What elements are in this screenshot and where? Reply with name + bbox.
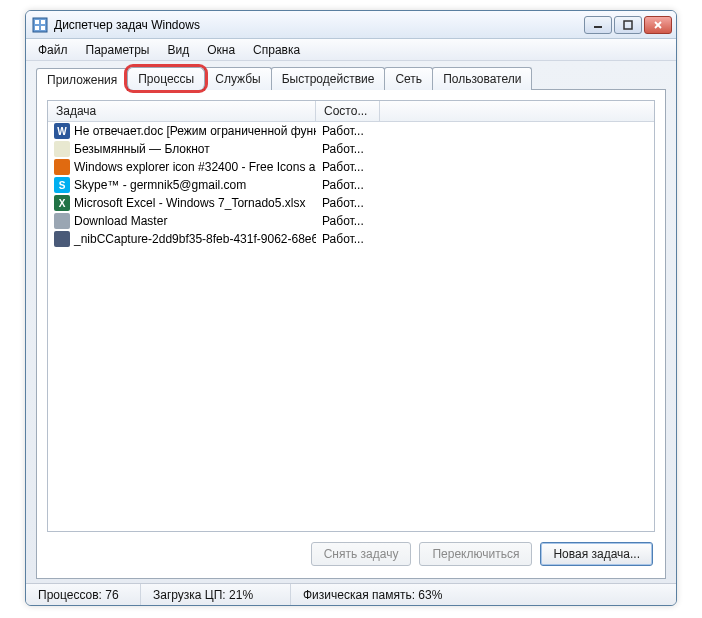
task-name: Skype™ - germnik5@gmail.com [74, 178, 246, 192]
status-cell: Работ... [316, 195, 380, 211]
status-cpu: Загрузка ЦП: 21% [141, 584, 291, 605]
task-name: Microsoft Excel - Windows 7_Tornado5.xls… [74, 196, 305, 210]
task-name: Windows explorer icon #32400 - Free Icon… [74, 160, 316, 174]
menubar: Файл Параметры Вид Окна Справка [26, 39, 676, 61]
notepad-icon [54, 141, 70, 157]
tab-services[interactable]: Службы [204, 67, 271, 90]
svg-rect-2 [41, 20, 45, 24]
footer-buttons: Снять задачу Переключиться Новая задача.… [47, 532, 655, 568]
task-cell: Безымянный — Блокнот [48, 140, 316, 158]
tab-strip: Приложения Процессы Службы Быстродействи… [36, 67, 666, 90]
table-row[interactable]: XMicrosoft Excel - Windows 7_Tornado5.xl… [48, 194, 654, 212]
window-title: Диспетчер задач Windows [54, 18, 584, 32]
tab-users[interactable]: Пользователи [432, 67, 532, 90]
status-processes: Процессов: 76 [26, 584, 141, 605]
table-row[interactable]: SSkype™ - germnik5@gmail.comРабот... [48, 176, 654, 194]
status-cell: Работ... [316, 231, 380, 247]
table-row[interactable]: WНе отвечает.doc [Режим ограниченной фун… [48, 122, 654, 140]
task-name: Не отвечает.doc [Режим ограниченной функ… [74, 124, 316, 138]
window-controls [584, 16, 672, 34]
close-button[interactable] [644, 16, 672, 34]
skype-icon: S [54, 177, 70, 193]
excel-icon: X [54, 195, 70, 211]
menu-windows[interactable]: Окна [199, 41, 243, 59]
menu-options[interactable]: Параметры [78, 41, 158, 59]
status-cell: Работ... [316, 159, 380, 175]
task-cell: WНе отвечает.doc [Режим ограниченной фун… [48, 122, 316, 140]
status-memory: Физическая память: 63% [291, 584, 454, 605]
status-cell: Работ... [316, 213, 380, 229]
menu-view[interactable]: Вид [159, 41, 197, 59]
tab-performance[interactable]: Быстродействие [271, 67, 386, 90]
app-icon [32, 17, 48, 33]
task-name: _nibCCapture-2dd9bf35-8feb-431f-9062-68e… [74, 232, 316, 246]
task-cell: Windows explorer icon #32400 - Free Icon… [48, 158, 316, 176]
status-cell: Работ... [316, 141, 380, 157]
svg-rect-1 [35, 20, 39, 24]
table-row[interactable]: Windows explorer icon #32400 - Free Icon… [48, 158, 654, 176]
tab-page-applications: Задача Состо... WНе отвечает.doc [Режим … [36, 89, 666, 579]
task-manager-window: Диспетчер задач Windows Файл Параметры В… [25, 10, 677, 606]
minimize-button[interactable] [584, 16, 612, 34]
end-task-button[interactable]: Снять задачу [311, 542, 412, 566]
dm-icon [54, 213, 70, 229]
table-row[interactable]: Download MasterРабот... [48, 212, 654, 230]
column-task[interactable]: Задача [48, 101, 316, 121]
word-icon: W [54, 123, 70, 139]
task-cell: SSkype™ - germnik5@gmail.com [48, 176, 316, 194]
svg-rect-3 [35, 26, 39, 30]
svg-rect-4 [41, 26, 45, 30]
maximize-button[interactable] [614, 16, 642, 34]
menu-help[interactable]: Справка [245, 41, 308, 59]
titlebar[interactable]: Диспетчер задач Windows [26, 11, 676, 39]
task-cell: Download Master [48, 212, 316, 230]
client-area: Приложения Процессы Службы Быстродействи… [26, 61, 676, 583]
table-row[interactable]: Безымянный — БлокнотРабот... [48, 140, 654, 158]
applications-listview[interactable]: Задача Состо... WНе отвечает.doc [Режим … [47, 100, 655, 532]
firefox-icon [54, 159, 70, 175]
tab-network[interactable]: Сеть [384, 67, 433, 90]
task-name: Безымянный — Блокнот [74, 142, 210, 156]
task-name: Download Master [74, 214, 167, 228]
tab-applications[interactable]: Приложения [36, 68, 128, 91]
menu-file[interactable]: Файл [30, 41, 76, 59]
new-task-button[interactable]: Новая задача... [540, 542, 653, 566]
listview-body: WНе отвечает.doc [Режим ограниченной фун… [48, 122, 654, 531]
listview-header: Задача Состо... [48, 101, 654, 122]
status-cell: Работ... [316, 123, 380, 139]
column-status[interactable]: Состо... [316, 101, 380, 121]
column-spacer[interactable] [380, 101, 654, 121]
switch-to-button[interactable]: Переключиться [419, 542, 532, 566]
capture-icon [54, 231, 70, 247]
statusbar: Процессов: 76 Загрузка ЦП: 21% Физическа… [26, 583, 676, 605]
tab-processes[interactable]: Процессы [127, 67, 205, 90]
task-cell: _nibCCapture-2dd9bf35-8feb-431f-9062-68e… [48, 230, 316, 248]
svg-rect-6 [624, 21, 632, 29]
status-cell: Работ... [316, 177, 380, 193]
table-row[interactable]: _nibCCapture-2dd9bf35-8feb-431f-9062-68e… [48, 230, 654, 248]
task-cell: XMicrosoft Excel - Windows 7_Tornado5.xl… [48, 194, 316, 212]
